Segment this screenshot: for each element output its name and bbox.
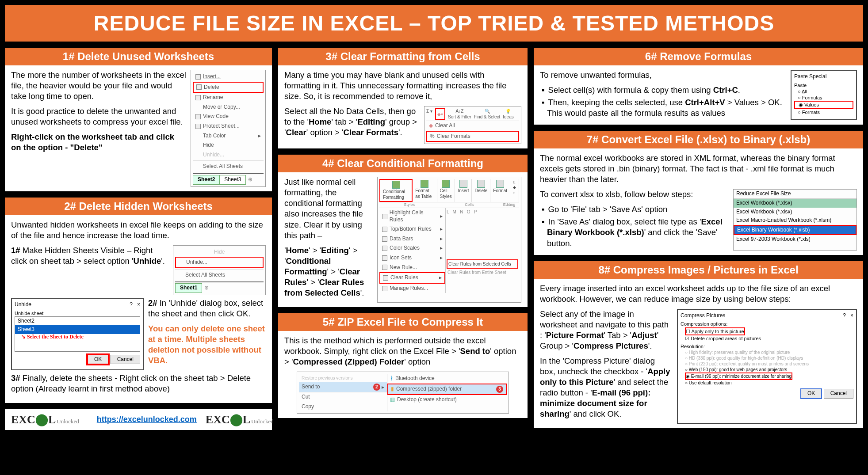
c7-p2: To convert xlsx to xlsb, follow below st… <box>540 189 729 200</box>
sheet-tab-1[interactable]: Sheet1 <box>175 283 202 293</box>
chk-delete-cropped[interactable]: Delete cropped areas of pictures <box>685 335 853 342</box>
c5-p1: This is the method which is performed ou… <box>284 335 521 367</box>
c4-ribbon: Conditional Formatting Format as Table C… <box>377 177 521 303</box>
card-1-title: 1# Delete Unused Worksheets <box>5 48 272 65</box>
card-4: 4# Clear Conditional Formatting Just lik… <box>277 153 529 308</box>
saveas-row[interactable]: Excel Workbook (*.xlsx) <box>734 199 857 208</box>
res-hd[interactable]: HD (330 ppi): good quality for high-defi… <box>685 355 853 361</box>
opt-all[interactable]: AAllll <box>794 88 853 95</box>
desktop-shortcut[interactable]: ▥Desktop (create shortcut) <box>387 395 507 405</box>
c3-p1: Many a time you may have blank and unuse… <box>284 70 521 102</box>
clear-formats[interactable]: %Clear Formats <box>426 131 519 142</box>
main-title: REDUCE FILE SIZE IN EXCEL – TOP TRIED & … <box>4 4 864 43</box>
cut[interactable]: Cut <box>299 392 387 402</box>
cf-newrule[interactable]: New Rule... <box>379 263 445 273</box>
c2-step2: 2# In 'Unhide' dialog box, select the sh… <box>148 298 266 319</box>
zip-folder[interactable]: ▮Compressed (zipped) folder3 <box>387 384 507 395</box>
c2-step1: 1# Make Hidden Sheets Visible – Right cl… <box>11 245 168 266</box>
send-to[interactable]: Send to2 ▸ <box>299 382 387 392</box>
saveas-row[interactable]: Excel Macro-Enabled Workbook (*.xlsm) <box>734 216 857 225</box>
menu-delete[interactable]: Delete <box>193 82 264 93</box>
site-link[interactable]: https://excelunlocked.com <box>97 415 197 424</box>
c8-p2: Select any of the image in worksheet and… <box>540 309 673 351</box>
menu-viewcode[interactable]: View Code <box>193 112 264 122</box>
clear-dropdown-icon[interactable]: ◆▾ <box>437 111 443 117</box>
card-8: 8# Compress Images / Pictures in Excel E… <box>532 260 864 430</box>
card-3-title: 3# Clear Formatting from Cells <box>278 48 528 65</box>
c7-p1: The normal excel workbooks are stored in… <box>540 153 857 185</box>
unhide-dialog: Unhide? × Unhide sheet: Sheet2 Sheet3 ↘ … <box>11 298 144 370</box>
c5-menu: Restore previous versions Send to2 ▸ Cut… <box>297 372 509 414</box>
opt-formulas[interactable]: Formulas <box>794 95 853 101</box>
menu-rename[interactable]: Rename <box>193 93 264 103</box>
res-email[interactable]: E-mail (96 ppi): minimize document size … <box>685 372 792 380</box>
c7-b1: Go to 'File' tab > 'Save As' option <box>542 204 729 215</box>
res-high[interactable]: High fidelity: preserves quality of the … <box>685 350 853 355</box>
unhide-row[interactable]: Sheet2 <box>15 317 140 326</box>
sheet-tab[interactable]: Sheet3 <box>219 175 246 185</box>
saveas-row[interactable]: Excel 97-2003 Workbook (*.xls) <box>734 235 857 244</box>
c1-p1: The more the number of worksheets in the… <box>11 70 186 102</box>
c2-step3: 3# Finally, delete the sheets - Right cl… <box>11 373 266 394</box>
menu-insert[interactable]: Insert... <box>193 72 264 82</box>
chk-apply-only[interactable]: Apply only to this picture <box>685 327 745 335</box>
ok-button[interactable]: OK <box>800 388 822 399</box>
c8-p1: Every image inserted into an excel works… <box>540 283 857 304</box>
card-5-title: 5# ZIP Excel File to Compress It <box>278 313 528 331</box>
card-6: 6# Remove Formulas To remove unwanted fo… <box>532 46 864 126</box>
cf-highlight[interactable]: Highlight Cells Rules▸ <box>379 208 445 224</box>
c6-b2: Then, keeping the cells selected, use Ct… <box>542 97 786 118</box>
card-6-title: 6# Remove Formulas <box>534 48 863 65</box>
cf-clearrules[interactable]: Clear Rules▸ <box>379 272 445 284</box>
ok-button[interactable]: OK <box>87 354 109 365</box>
card-5: 5# ZIP Excel File to Compress It This is… <box>277 312 529 419</box>
menu-hide[interactable]: Hide <box>193 141 264 150</box>
menu-protect[interactable]: Protect Sheet... <box>193 122 264 131</box>
card-2: 2# Delete Hidden Worksheets Unwanted hid… <box>4 196 273 405</box>
cancel-button[interactable]: Cancel <box>824 389 853 399</box>
sheet-tab-active[interactable]: Sheet2 <box>193 175 220 185</box>
res-web[interactable]: Web (150 ppi): good for web pages and pr… <box>685 367 853 372</box>
bt-device[interactable]: ᚼBluetooth device <box>387 374 507 384</box>
opt-formats[interactable]: Formats <box>794 109 853 115</box>
cancel-button[interactable]: Cancel <box>111 355 140 365</box>
saveas-row[interactable]: Excel Workbook (*.xlsx) <box>734 208 857 217</box>
res-print[interactable]: Print (220 ppi): excellent quality on mo… <box>685 361 853 367</box>
card-3: 3# Clear Formatting from Cells Many a ti… <box>277 46 529 150</box>
compress-dialog: Compress Pictures? × Compression options… <box>677 309 857 424</box>
menu-unhide[interactable]: Unhide... <box>193 150 264 160</box>
c3-p2: Select all the No Data Cells, then go to… <box>284 106 420 140</box>
footer: EXC⬤LUnlocked https://excelunlocked.com … <box>4 408 273 431</box>
c7-b2: In 'Save As' dialog box, select file typ… <box>542 217 729 248</box>
menu-tabcolor[interactable]: Tab Color ▸ <box>193 131 264 141</box>
res-default[interactable]: Use default resolution <box>685 380 853 386</box>
cond-format-button[interactable]: Conditional Formatting <box>379 179 413 202</box>
c2-p1: Unwanted hidden worksheets in excel file… <box>11 220 266 241</box>
card-2-title: 2# Delete Hidden Worksheets <box>5 198 272 215</box>
card-8-title: 8# Compress Images / Pictures in Excel <box>534 261 863 279</box>
opt-values[interactable]: Values <box>794 101 853 109</box>
cf-topbottom[interactable]: Top/Bottom Rules▸ <box>379 224 445 234</box>
c2-note: You can only delete one sheet at a time.… <box>148 323 266 366</box>
cf-clear-selected[interactable]: Clear Rules from Selected Cells <box>447 259 518 269</box>
clear-all[interactable]: ◆Clear All <box>426 121 519 131</box>
menu-unhide2[interactable]: Unhide... <box>175 257 264 268</box>
menu-selectall[interactable]: Select All Sheets <box>193 162 264 171</box>
card-7-title: 7# Convert Excel File (.xlsx) to Binary … <box>534 131 863 148</box>
menu-selectall2[interactable]: Select All Sheets <box>175 270 264 280</box>
cf-databars[interactable]: Data Bars▸ <box>379 234 445 244</box>
c4-p2: 'Home' > 'Editing' > 'Conditional Format… <box>284 245 373 298</box>
menu-hide2[interactable]: Hide <box>175 247 264 257</box>
menu-move[interactable]: Move or Copy... <box>193 103 264 112</box>
c3-ribbon: Σ ▾ ◆▾ A↓ZSort & Filter 🔍Find & Select 💡… <box>424 106 521 144</box>
c2-unhide-menu: Hide Unhide... Select All Sheets Sheet1⊕ <box>173 245 266 295</box>
c1-context-menu: Insert... Delete Rename Move or Copy... … <box>191 70 266 187</box>
cf-iconsets[interactable]: Icon Sets▸ <box>379 253 445 263</box>
unhide-row-sel[interactable]: Sheet3 <box>15 325 140 334</box>
cf-manage[interactable]: Manage Rules... <box>379 284 445 293</box>
cf-colorscales[interactable]: Color Scales▸ <box>379 243 445 253</box>
copy[interactable]: Copy <box>299 402 387 412</box>
saveas-xlsb[interactable]: Excel Binary Workbook (*.xlsb) <box>734 225 857 236</box>
saveas-list: Reduce Excel File Size Excel Workbook (*… <box>733 189 857 250</box>
c1-p2: It is good practice to delete the unwant… <box>11 106 186 127</box>
